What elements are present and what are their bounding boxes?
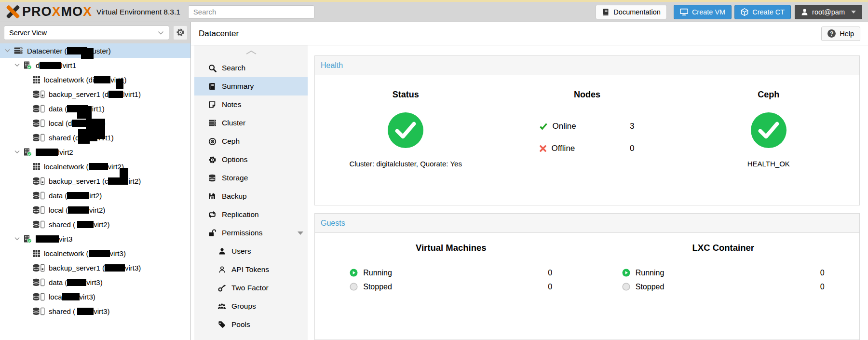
redaction-blob bbox=[77, 106, 92, 119]
storage-disk-icon bbox=[33, 293, 45, 301]
wordmark-letter: X bbox=[52, 4, 61, 19]
proxmox-x-icon bbox=[6, 5, 20, 19]
stopped-icon bbox=[622, 283, 630, 291]
tree-row[interactable]: dlvirt1 bbox=[0, 58, 190, 72]
book-icon bbox=[602, 8, 610, 16]
search-icon bbox=[207, 64, 217, 72]
nav-item-label: Ceph bbox=[222, 137, 240, 146]
storage-disk-icon bbox=[33, 206, 45, 214]
tree-row[interactable]: Datacenter (cluster) bbox=[0, 43, 190, 58]
tree-item-label: localnetwork (virt2) bbox=[44, 163, 124, 171]
offline-x-icon bbox=[540, 145, 546, 152]
page-title: Datacenter bbox=[199, 29, 239, 39]
nav-item-label: Search bbox=[222, 64, 245, 72]
create-ct-button[interactable]: Create CT bbox=[734, 5, 791, 19]
create-ct-label: Create CT bbox=[752, 8, 785, 16]
node-status-row: Offline0 bbox=[540, 137, 634, 160]
network-grid-icon bbox=[33, 250, 40, 257]
tree-row[interactable]: backup_server1 (virt3) bbox=[0, 260, 190, 275]
tree-row[interactable]: backup_server1 (dlvirt1) bbox=[0, 87, 190, 101]
storage-disk-icon bbox=[33, 220, 45, 229]
nav-item-permissions[interactable]: Permissions bbox=[194, 224, 308, 242]
view-settings-button[interactable] bbox=[173, 26, 188, 40]
tree-item-label: dlvirt1 bbox=[36, 61, 76, 69]
nav-item-replication[interactable]: Replication bbox=[194, 205, 308, 224]
nav-item-label: Replication bbox=[222, 210, 259, 219]
help-label: Help bbox=[840, 30, 854, 38]
tree-row[interactable]: data (virt1) bbox=[0, 101, 190, 116]
tree-item-label: Datacenter (cluster) bbox=[27, 47, 111, 55]
storage-disk-icon bbox=[33, 264, 45, 272]
guests-title: Guests bbox=[321, 219, 345, 228]
key-icon bbox=[217, 284, 227, 292]
tree-row[interactable]: localnetwork (virt2) bbox=[0, 159, 190, 174]
guest-rows: Running0Stopped0 bbox=[350, 266, 552, 294]
nav-item-label: Users bbox=[231, 247, 251, 256]
nav-item-ceph[interactable]: Ceph bbox=[194, 132, 308, 150]
user-menu-button[interactable]: root@pam bbox=[795, 5, 862, 19]
book-icon bbox=[207, 82, 217, 90]
documentation-button[interactable]: Documentation bbox=[596, 5, 667, 19]
tree-row[interactable]: shared ( virt2) bbox=[0, 217, 190, 231]
nav-item-pools[interactable]: Pools bbox=[194, 315, 308, 334]
guest-status-label: Stopped bbox=[636, 283, 665, 291]
nav-item-api-tokens[interactable]: API Tokens bbox=[194, 260, 308, 279]
nav-item-label: Notes bbox=[222, 100, 242, 109]
nav-item-options[interactable]: Options bbox=[194, 150, 308, 169]
nav-item-two-factor[interactable]: Two Factor bbox=[194, 279, 308, 297]
tree-item-label: virt3 bbox=[36, 235, 72, 243]
floppy-icon bbox=[207, 192, 217, 200]
tree-row[interactable]: backup_server1 (cirt2) bbox=[0, 174, 190, 188]
nav-item-label: Pools bbox=[231, 320, 250, 329]
proxmox-logo: PROXMOX bbox=[6, 5, 92, 19]
tree-row[interactable]: virt3 bbox=[0, 231, 190, 246]
user-icon bbox=[801, 8, 808, 16]
tree-row[interactable]: shared ( virt3) bbox=[0, 304, 190, 318]
create-vm-button[interactable]: Create VM bbox=[674, 5, 732, 19]
view-selector[interactable]: Server View bbox=[4, 26, 169, 40]
online-check-icon bbox=[540, 123, 547, 130]
nav-item-cluster[interactable]: Cluster bbox=[194, 114, 308, 132]
running-icon bbox=[350, 269, 358, 277]
tree-row[interactable]: lvirt2 bbox=[0, 145, 190, 159]
nav-item-backup[interactable]: Backup bbox=[194, 187, 308, 205]
server-icon bbox=[207, 119, 217, 127]
gear-icon bbox=[176, 28, 185, 38]
node-status-label: Offline bbox=[551, 144, 575, 153]
nav-item-search[interactable]: Search bbox=[194, 59, 308, 77]
redacted-text bbox=[89, 250, 110, 257]
global-search-input[interactable] bbox=[188, 5, 314, 19]
nav-item-partial[interactable] bbox=[194, 334, 308, 340]
nav-item-summary[interactable]: Summary bbox=[194, 77, 308, 95]
nodes-heading: Nodes bbox=[496, 90, 678, 100]
help-button[interactable]: ? Help bbox=[821, 27, 860, 41]
tree-item-label: data (virt1) bbox=[49, 105, 105, 113]
tree-row[interactable]: data (virt3) bbox=[0, 275, 190, 289]
tree-item-label: backup_server1 (virt3) bbox=[49, 264, 141, 272]
guest-status-label: Stopped bbox=[363, 283, 392, 291]
nav-item-groups[interactable]: Groups bbox=[194, 297, 308, 315]
dot-icon bbox=[217, 338, 227, 340]
tree-item-label: local (virt2) bbox=[49, 206, 105, 214]
nav-item-label: Options bbox=[222, 155, 247, 164]
nav-item-storage[interactable]: Storage bbox=[194, 169, 308, 187]
tree-row[interactable]: localnetwork (virt3) bbox=[0, 246, 190, 260]
health-status-column: Status Cluster: digitalcluster, Quorate:… bbox=[315, 90, 496, 205]
nav-item-notes[interactable]: Notes bbox=[194, 95, 308, 114]
tree-item-label: lvirt2 bbox=[36, 148, 73, 156]
tree-row[interactable]: localnetwork (divirt1) bbox=[0, 72, 190, 87]
tree-row[interactable]: data (irt2) bbox=[0, 188, 190, 203]
tree-row[interactable]: local (virt2) bbox=[0, 203, 190, 217]
nav-items: SearchSummaryNotesClusterCephOptionsStor… bbox=[194, 59, 308, 340]
wordmark-letter: M bbox=[61, 4, 73, 19]
status-ok-icon bbox=[388, 112, 423, 148]
repl-icon bbox=[207, 211, 217, 218]
nav-item-users[interactable]: Users bbox=[194, 242, 308, 260]
guest-count: 0 bbox=[820, 283, 825, 291]
guest-column-heading: Virtual Machines bbox=[315, 243, 587, 253]
tree-row[interactable]: locavirt3) bbox=[0, 289, 190, 304]
wordmark-letter: O bbox=[72, 4, 83, 19]
scroll-up-indicator[interactable] bbox=[194, 45, 308, 59]
guests-panel-header: Guests bbox=[315, 214, 859, 233]
right-body: SearchSummaryNotesClusterCephOptionsStor… bbox=[191, 45, 868, 340]
